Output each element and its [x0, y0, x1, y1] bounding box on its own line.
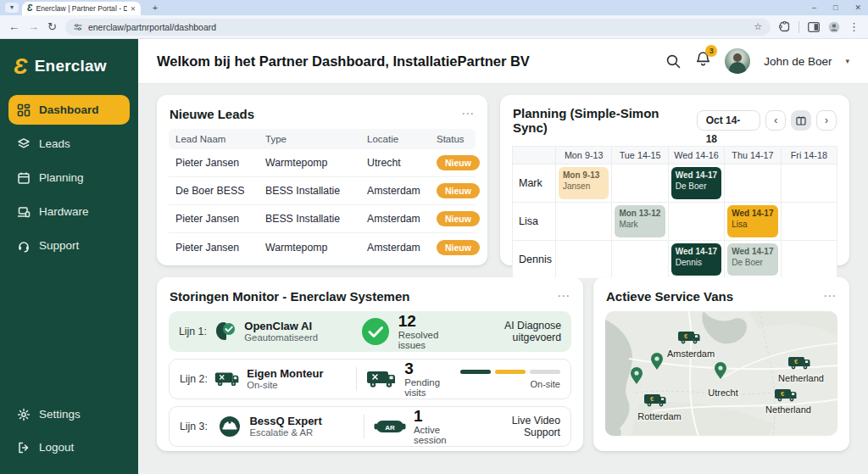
dashboard-grid-icon — [17, 103, 31, 117]
browser-window: ▾ Ɛ Enerclaw | Partner Portal - Das ✕ + … — [0, 0, 868, 474]
grid-slot — [556, 203, 611, 240]
monitor-row-lijn3: Lijn 3: BessQ Expert Escalatie & AR — [169, 406, 571, 447]
calendar-event[interactable]: Wed 14-17 De Boer — [727, 243, 777, 276]
ar-headset-icon: AR — [374, 418, 406, 435]
address-bar[interactable]: enerclaw/partnrportal/dashboard ☆ — [65, 19, 771, 36]
user-name[interactable]: John de Boer — [764, 55, 832, 68]
status-badge: Nieuw — [437, 183, 480, 198]
grid-slot — [782, 165, 837, 202]
calendar-icon — [796, 116, 806, 125]
calendar-icon — [17, 171, 31, 185]
column-header: Status — [430, 134, 476, 144]
sidebar-item-leads[interactable]: Leads — [8, 129, 130, 159]
table-row[interactable]: Pieter Jansen BESS Installatie Amsterdam… — [169, 205, 476, 233]
grid-slot — [669, 203, 724, 240]
grid-slot — [612, 241, 667, 278]
calendar-event[interactable]: Wed 14-17 Dennis — [671, 243, 721, 276]
sidebar-item-logout[interactable]: Logout — [8, 432, 130, 462]
sidebar-footer: Settings Logout — [8, 399, 130, 462]
avatar[interactable] — [725, 48, 750, 74]
back-icon[interactable]: ← — [8, 21, 19, 32]
tab-title: Enerclaw | Partner Portal - Das — [36, 4, 126, 13]
map-pin-icon[interactable] — [651, 353, 663, 370]
close-window-button[interactable]: ✕ — [854, 3, 861, 12]
road — [724, 343, 837, 377]
maximize-button[interactable]: □ — [833, 3, 837, 12]
ijsselmeer-water — [702, 311, 747, 343]
browser-menu-icon[interactable]: ⋮ — [849, 21, 860, 32]
toolbar-right: ⋮ — [779, 21, 860, 33]
map-label: Amsterdam — [667, 349, 715, 359]
hardhat-icon — [219, 415, 241, 438]
progress-bar — [460, 370, 560, 374]
status-badge: Nieuw — [437, 211, 480, 226]
sidebar-item-label: Dashboard — [39, 103, 99, 116]
card-title: Nieuwe Leads — [170, 107, 254, 121]
netherlands-map: € — [605, 311, 837, 436]
sea-water — [605, 320, 632, 436]
sidebar-item-settings[interactable]: Settings — [8, 399, 130, 429]
site-settings-icon[interactable] — [74, 23, 82, 31]
svg-text:AR: AR — [385, 424, 395, 432]
profile-icon[interactable] — [828, 21, 840, 33]
service-van-marker[interactable] — [678, 332, 700, 343]
calendar-event[interactable]: Mon 9-13 Jansen — [559, 167, 609, 199]
minimize-button[interactable]: – — [812, 3, 816, 12]
map-pin-icon[interactable] — [631, 367, 643, 384]
sidebar-item-label: Settings — [39, 408, 81, 421]
side-panel-icon[interactable] — [808, 22, 820, 32]
openclaw-ai-icon — [214, 321, 237, 343]
date-range-button[interactable]: Oct 14-18 — [697, 110, 761, 131]
day-header: Mon 9-13 — [556, 147, 611, 164]
sidebar-nav: Dashboard Leads Planning — [0, 92, 138, 264]
table-row[interactable]: De Boer BESS BESS Installatie Amsterdam … — [169, 177, 476, 205]
calendar-view-button[interactable] — [791, 110, 811, 131]
forward-icon[interactable]: → — [28, 21, 39, 32]
reload-icon[interactable]: ↻ — [47, 21, 57, 32]
table-row[interactable]: Pieter Jansen Warmtepomp Amsterdam Nieuw — [169, 233, 476, 261]
sidebar-item-hardware[interactable]: Hardware — [8, 197, 130, 226]
card-title: Storingen Monitor - Enerclaw Systemen — [170, 289, 409, 304]
extensions-icon[interactable] — [779, 21, 790, 32]
logout-icon — [17, 441, 31, 454]
sidebar-item-planning[interactable]: Planning — [8, 163, 130, 192]
search-icon[interactable] — [665, 53, 682, 70]
next-week-button[interactable]: › — [816, 110, 837, 131]
more-options-icon[interactable]: ⋯ — [461, 106, 475, 121]
card-title: Planning (Simple-Simon Sync) — [513, 106, 697, 135]
calendar-event[interactable]: Wed 14-17 Lisa — [727, 205, 777, 237]
map-label: Netherland — [765, 404, 811, 415]
sidebar: Ɛ Enerclaw Dashboard Leads — [0, 39, 138, 474]
service-van-marker[interactable] — [775, 389, 797, 401]
sidebar-item-label: Leads — [39, 137, 70, 150]
sidebar-item-dashboard[interactable]: Dashboard — [8, 95, 130, 125]
browser-tab[interactable]: Ɛ Enerclaw | Partner Portal - Das ✕ — [22, 2, 141, 15]
grid-slot — [725, 165, 780, 202]
table-row[interactable]: Pieter Jansen Warmtepomp Utrecht Nieuw — [169, 149, 476, 177]
new-tab-button[interactable]: + — [149, 2, 161, 14]
chevron-down-icon[interactable]: ▾ — [845, 57, 849, 65]
leads-table: Lead Naam Type Locatie Status Pieter Jan… — [169, 129, 476, 261]
more-options-icon[interactable]: ⋯ — [557, 288, 570, 304]
day-header: Fri 14-18 — [782, 147, 837, 164]
sidebar-item-support[interactable]: Support — [8, 231, 130, 260]
close-tab-icon[interactable]: ✕ — [131, 5, 136, 13]
resource-name: Lisa — [513, 203, 555, 240]
day-header: Tue 14-15 — [612, 147, 667, 164]
sidebar-item-label: Planning — [39, 171, 84, 184]
grid-slot: Wed 14-17 De Boer — [725, 241, 780, 278]
calendar-event[interactable]: Wed 14-17 De Boer — [671, 167, 721, 199]
bookmark-star-icon[interactable]: ☆ — [754, 21, 762, 32]
service-van-icon — [214, 370, 240, 388]
grid-slot — [556, 241, 611, 278]
storingen-monitor-card: Storingen Monitor - Enerclaw Systemen ⋯ … — [157, 277, 583, 451]
tab-search-button[interactable]: ▾ — [5, 3, 19, 13]
more-options-icon[interactable]: ⋯ — [823, 288, 837, 304]
brand-name: Enerclaw — [35, 57, 107, 75]
sidebar-item-label: Support — [39, 239, 79, 252]
notification-badge: 3 — [705, 45, 717, 57]
calendar-event[interactable]: Mon 13-12 Mark — [615, 205, 665, 237]
notifications-button[interactable]: 3 — [695, 51, 711, 71]
grid-slot: Mon 13-12 Mark — [612, 203, 667, 240]
prev-week-button[interactable]: ‹ — [765, 110, 786, 131]
